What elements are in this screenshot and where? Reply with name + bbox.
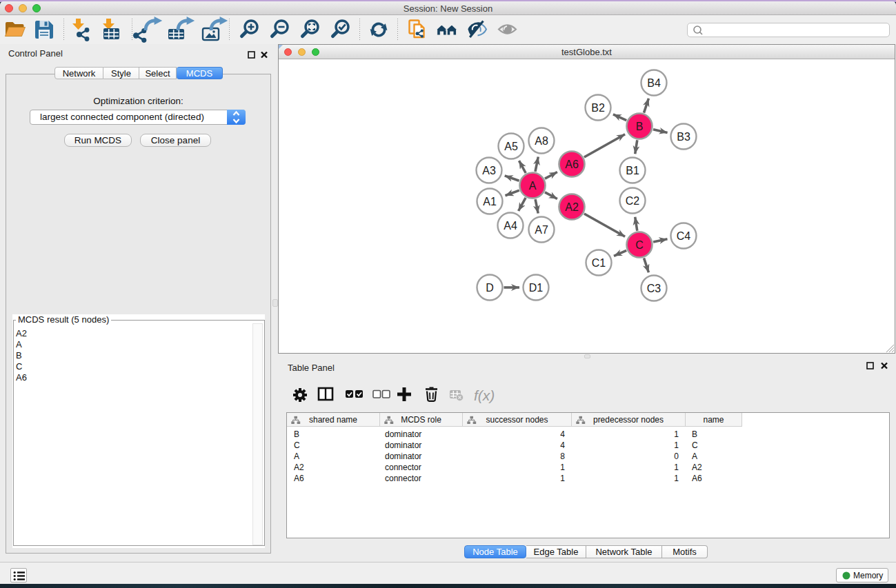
svg-text:A2: A2 [565, 201, 579, 213]
svg-text:A3: A3 [482, 165, 496, 176]
svg-text:C1: C1 [592, 257, 606, 269]
svg-text:D: D [486, 282, 494, 294]
svg-text:B3: B3 [677, 131, 690, 143]
svg-text:B4: B4 [647, 77, 661, 89]
svg-text:A1: A1 [483, 196, 497, 207]
svg-text:C2: C2 [626, 195, 640, 207]
svg-text:f(x): f(x) [474, 387, 495, 403]
svg-text:C: C [635, 239, 644, 251]
svg-text:B2: B2 [591, 102, 605, 114]
svg-text:A: A [529, 180, 537, 192]
svg-text:A7: A7 [535, 224, 548, 236]
svg-text:C4: C4 [677, 230, 691, 242]
svg-text:A6: A6 [565, 159, 579, 170]
svg-text:B: B [636, 121, 644, 132]
svg-text:C3: C3 [647, 283, 661, 294]
svg-text:B1: B1 [626, 165, 639, 176]
svg-text:A8: A8 [535, 135, 548, 147]
svg-text:A4: A4 [504, 220, 517, 232]
svg-text:D1: D1 [529, 282, 544, 294]
svg-text:A5: A5 [504, 141, 518, 152]
